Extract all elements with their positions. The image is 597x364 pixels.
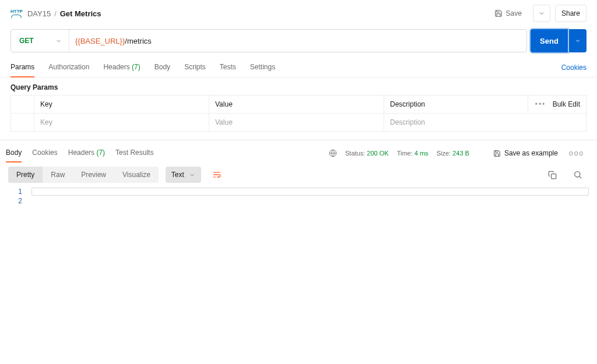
save-icon xyxy=(494,9,503,17)
cookies-link[interactable]: Cookies xyxy=(561,59,587,76)
save-icon xyxy=(493,150,501,157)
size-label: Size: 243 B xyxy=(437,150,469,157)
chevron-down-icon xyxy=(189,172,195,178)
response-tab-test-results[interactable]: Test Results xyxy=(115,144,153,162)
col-description-header: Description xyxy=(384,96,528,114)
tab-scripts[interactable]: Scripts xyxy=(184,58,206,77)
view-preview-button[interactable]: Preview xyxy=(73,167,114,183)
chevron-down-icon xyxy=(574,37,581,44)
response-tab-headers-label: Headers xyxy=(68,149,94,157)
svg-point-5 xyxy=(575,172,580,177)
language-select[interactable]: Text xyxy=(166,167,201,183)
tab-headers-label: Headers xyxy=(103,63,129,71)
view-visualize-button[interactable]: Visualize xyxy=(114,167,159,183)
row-value-input[interactable]: Value xyxy=(209,114,384,132)
response-tab-headers-count: (7) xyxy=(96,149,105,157)
copy-icon xyxy=(548,171,557,179)
status-value: 200 OK xyxy=(367,150,388,157)
tab-params[interactable]: Params xyxy=(10,58,34,77)
editor-line-1[interactable] xyxy=(31,188,589,196)
view-raw-button[interactable]: Raw xyxy=(43,167,73,183)
response-tab-headers[interactable]: Headers (7) xyxy=(68,144,105,162)
svg-rect-4 xyxy=(552,174,556,178)
tab-headers-count: (7) xyxy=(132,63,141,71)
response-tab-body[interactable]: Body xyxy=(6,144,22,162)
breadcrumb-folder[interactable]: DAY15 xyxy=(27,9,51,18)
response-tab-cookies[interactable]: Cookies xyxy=(32,144,57,162)
breadcrumb-separator: / xyxy=(54,9,57,18)
url-path: /metrics xyxy=(125,37,152,45)
svg-line-6 xyxy=(580,176,581,178)
language-label: Text xyxy=(171,171,184,179)
save-options-button[interactable] xyxy=(533,5,550,22)
share-button[interactable]: Share xyxy=(555,5,587,22)
search-icon xyxy=(573,170,582,179)
url-variable: {{BASE_URL}} xyxy=(75,37,125,45)
tab-authorization[interactable]: Authorization xyxy=(48,58,89,77)
save-as-example-button[interactable]: Save as example xyxy=(487,144,564,162)
table-row: Key Value Description xyxy=(11,114,587,132)
row-key-input[interactable]: Key xyxy=(34,114,209,132)
table-header-row: Key Value Description ••• Bulk Edit xyxy=(11,96,587,114)
query-params-title: Query Params xyxy=(0,77,597,95)
http-method-icon: HTTP xyxy=(10,9,23,18)
col-key-header: Key xyxy=(34,96,209,114)
url-input[interactable]: {{BASE_URL}}/metrics xyxy=(69,37,526,45)
breadcrumb: DAY15 / Get Metrics xyxy=(27,9,101,18)
query-params-table: Key Value Description ••• Bulk Edit Key … xyxy=(10,95,587,132)
save-button[interactable]: Save xyxy=(488,5,528,22)
time-value: 4 ms xyxy=(415,150,429,157)
time-label: Time: 4 ms xyxy=(397,150,429,157)
line-number: 2 xyxy=(8,197,31,205)
method-select[interactable]: GET xyxy=(11,30,69,52)
save-as-example-label: Save as example xyxy=(504,149,558,157)
response-body-editor[interactable]: 1 2 xyxy=(0,186,597,211)
share-label: Share xyxy=(561,9,580,17)
word-wrap-button[interactable] xyxy=(208,166,226,183)
row-checkbox-cell[interactable] xyxy=(11,114,34,132)
editor-line-2[interactable] xyxy=(31,197,589,205)
copy-button[interactable] xyxy=(542,166,563,183)
col-value-header: Value xyxy=(209,96,384,114)
bulk-edit-link[interactable]: Bulk Edit xyxy=(553,100,580,108)
url-box: GET {{BASE_URL}}/metrics xyxy=(10,29,527,52)
word-wrap-icon xyxy=(212,170,222,179)
table-options-button[interactable]: ••• xyxy=(535,100,546,108)
globe-icon[interactable] xyxy=(329,149,337,157)
view-mode-group: Pretty Raw Preview Visualize xyxy=(8,167,159,183)
tab-tests[interactable]: Tests xyxy=(220,58,236,77)
view-pretty-button[interactable]: Pretty xyxy=(8,167,43,183)
tab-headers[interactable]: Headers (7) xyxy=(103,58,140,77)
col-checkbox-header xyxy=(11,96,34,114)
send-button[interactable]: Send xyxy=(531,29,568,52)
line-number: 1 xyxy=(8,188,31,196)
row-description-input[interactable]: Description xyxy=(384,114,587,132)
tab-body[interactable]: Body xyxy=(154,58,170,77)
search-response-button[interactable] xyxy=(567,166,589,183)
response-more-button[interactable]: ooo xyxy=(569,149,584,157)
send-options-button[interactable] xyxy=(569,29,587,52)
size-value: 243 B xyxy=(452,150,469,157)
status-label: Status: 200 OK xyxy=(345,150,389,157)
breadcrumb-title: Get Metrics xyxy=(60,9,101,18)
save-label: Save xyxy=(506,9,522,17)
method-label: GET xyxy=(19,37,34,45)
chevron-down-icon xyxy=(538,10,545,17)
chevron-down-icon xyxy=(55,38,62,44)
response-status-row: Status: 200 OK Time: 4 ms Size: 243 B xyxy=(329,149,469,157)
tab-settings[interactable]: Settings xyxy=(250,58,275,77)
